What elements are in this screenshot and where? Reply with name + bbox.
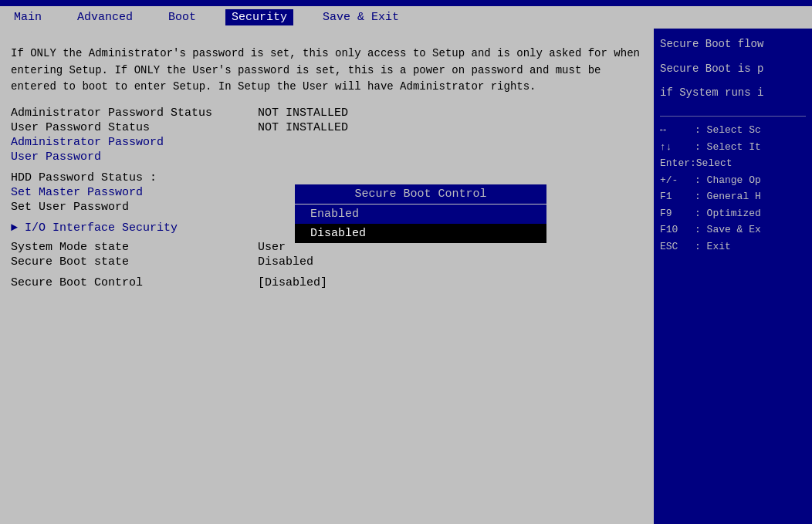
status-value: Disabled: [258, 255, 313, 269]
key-help-row: ↔: Select Sc: [660, 123, 806, 138]
right-panel: Secure Boot flowSecure Boot is pif Syste…: [654, 29, 812, 524]
help-text-area: Secure Boot flowSecure Boot is pif Syste…: [660, 36, 806, 110]
status-row: Secure Boot stateDisabled: [11, 255, 643, 269]
key-desc: Select: [696, 156, 732, 171]
key-help-row: F9: Optimized: [660, 206, 806, 221]
key-desc: : General H: [695, 189, 761, 205]
key-help-row: Enter:Select: [660, 156, 806, 171]
main-panel: If ONLY the Administrator's password is …: [0, 29, 654, 524]
status-label: System Mode state: [11, 241, 258, 254]
link-item[interactable]: Administrator Password: [11, 136, 643, 149]
key-desc: : Select Sc: [695, 123, 761, 138]
key-label: ↔: [660, 123, 695, 138]
menu-item-boot[interactable]: Boot: [162, 9, 202, 25]
popup-option-disabled[interactable]: Disabled: [295, 224, 546, 243]
status-value: User: [258, 241, 286, 254]
key-desc: : Exit: [695, 239, 731, 255]
status-row: User Password StatusNOT INSTALLED: [11, 121, 643, 134]
key-label: Enter:: [660, 156, 696, 171]
popup-title: Secure Boot Control: [295, 184, 546, 205]
bios-screen: MainAdvancedBootSecuritySave & Exit If O…: [0, 0, 812, 524]
status-value: NOT INSTALLED: [258, 121, 348, 134]
popup-overlay: Secure Boot Control EnabledDisabled: [293, 183, 548, 245]
status-value: NOT INSTALLED: [258, 106, 348, 120]
status-row: Administrator Password StatusNOT INSTALL…: [11, 106, 643, 120]
link-item[interactable]: User Password: [11, 150, 643, 164]
menu-item-advanced[interactable]: Advanced: [71, 9, 139, 25]
title-bar: [0, 0, 812, 6]
setting-label: Secure Boot Control: [11, 276, 258, 289]
status-label: Secure Boot state: [11, 255, 258, 269]
menu-item-main[interactable]: Main: [8, 9, 48, 25]
menu-item-security[interactable]: Security: [225, 9, 293, 25]
key-desc: : Change Op: [695, 173, 761, 188]
key-help-row: F10: Save & Ex: [660, 222, 806, 238]
content-area: If ONLY the Administrator's password is …: [0, 29, 812, 524]
spacer: [11, 270, 643, 276]
key-label: ESC: [660, 239, 695, 255]
popup-option-enabled[interactable]: Enabled: [295, 205, 546, 224]
menu-bar: MainAdvancedBootSecuritySave & Exit: [0, 6, 812, 29]
status-label: User Password Status: [11, 121, 258, 134]
setting-value[interactable]: [Disabled]: [258, 276, 327, 289]
popup-options: EnabledDisabled: [295, 205, 546, 243]
divider: [660, 116, 806, 117]
key-label: F1: [660, 189, 695, 205]
key-help-row: ESC: Exit: [660, 239, 806, 255]
spacer: [11, 165, 643, 171]
key-help-row: +/-: Change Op: [660, 173, 806, 188]
key-help-area: ↔: Select Sc↑↓: Select ItEnter:Select+/-…: [660, 123, 806, 255]
key-help-row: F1: General H: [660, 189, 806, 205]
key-label: F10: [660, 222, 695, 238]
key-desc: : Optimized: [695, 206, 761, 221]
popup-box: Secure Boot Control EnabledDisabled: [293, 183, 548, 245]
status-label: Administrator Password Status: [11, 106, 258, 120]
key-desc: : Save & Ex: [695, 222, 761, 238]
key-label: F9: [660, 206, 695, 221]
key-help-row: ↑↓: Select It: [660, 140, 806, 155]
help-line: Secure Boot is p: [660, 61, 806, 78]
help-line: if System runs i: [660, 85, 806, 102]
key-desc: : Select It: [695, 140, 761, 155]
setting-row: Secure Boot Control[Disabled]: [11, 276, 643, 289]
key-label: +/-: [660, 173, 695, 188]
description-text: If ONLY the Administrator's password is …: [11, 46, 643, 96]
help-line: Secure Boot flow: [660, 36, 806, 53]
key-label: ↑↓: [660, 140, 695, 155]
menu-item-save-&-exit[interactable]: Save & Exit: [316, 9, 405, 25]
